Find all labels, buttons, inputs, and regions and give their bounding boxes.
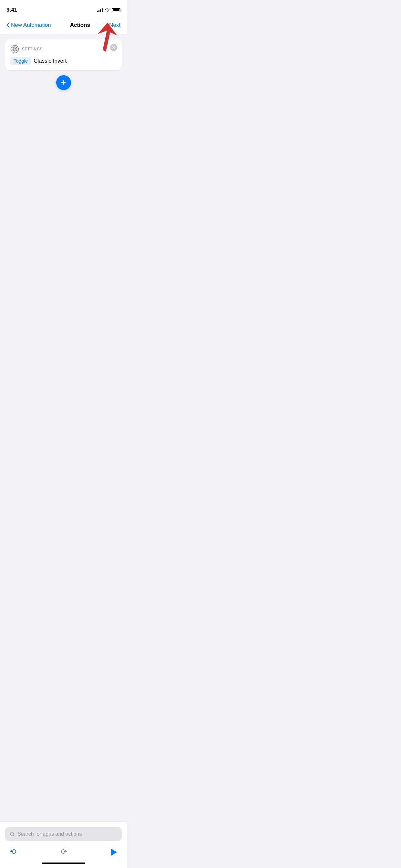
page-title: Actions (70, 22, 90, 28)
plus-icon: + (61, 78, 66, 87)
action-name: Classic Invert (34, 58, 66, 64)
action-category: SETTINGS (22, 47, 42, 51)
status-icons (97, 8, 120, 12)
status-bar: 9:41 (0, 0, 127, 16)
close-button[interactable] (110, 44, 117, 51)
svg-point-3 (14, 49, 16, 50)
add-action-button[interactable]: + (56, 75, 71, 90)
signal-icon (97, 8, 103, 12)
wifi-icon (104, 8, 110, 12)
back-label: New Automation (11, 22, 51, 28)
status-time: 9:41 (6, 7, 17, 13)
action-row: Toggle Classic Invert (10, 57, 117, 65)
settings-icon (10, 44, 19, 54)
next-button[interactable]: Next (109, 22, 120, 28)
battery-icon (112, 8, 120, 12)
back-button[interactable]: New Automation (6, 22, 51, 28)
main-content: SETTINGS Toggle Classic Invert + (0, 34, 127, 235)
action-card: SETTINGS Toggle Classic Invert (5, 39, 122, 70)
navigation-bar: New Automation Actions Next (0, 16, 127, 34)
action-card-header: SETTINGS (10, 44, 117, 54)
toggle-badge[interactable]: Toggle (10, 57, 31, 65)
